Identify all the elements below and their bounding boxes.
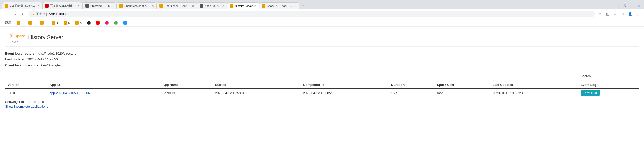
bookmark-4-label: 4: [56, 21, 58, 25]
th-event-log-label: Event Log: [581, 83, 596, 87]
bookmark-misc3[interactable]: [121, 20, 129, 25]
tab-hdfs[interactable]: Browsing HDFS ✕: [83, 2, 116, 9]
profile-btn[interactable]: 👤: [627, 11, 633, 17]
bookmark-apps[interactable]: 应用: [3, 20, 13, 26]
tab-spark-shell[interactable]: Spark shell - Spark ... ✕: [157, 2, 197, 9]
bookmark-misc3-icon: [123, 21, 127, 25]
tab-controls: ⌵ ⧉ ─ ✕: [614, 2, 644, 9]
tab-label-7: History Server: [235, 4, 253, 7]
tab-close-1[interactable]: ✕: [37, 4, 39, 7]
tab-label-4: Spark Master at spa...: [124, 4, 150, 7]
extensions-btn[interactable]: ⊞: [619, 11, 626, 17]
td-app-name: Spark Pi: [160, 88, 213, 97]
address-input[interactable]: [48, 12, 591, 16]
spark-version: 3.0.0: [12, 41, 18, 44]
bookmark-2[interactable]: 2: [26, 20, 37, 25]
th-started-label: Started: [215, 83, 226, 87]
bookmark-4[interactable]: 4: [50, 20, 60, 25]
tab-spark-master[interactable]: Spark Master at spa... ✕: [116, 2, 157, 9]
tab-close-2[interactable]: ✕: [77, 4, 80, 7]
th-completed[interactable]: Completed ▼: [301, 81, 389, 89]
tab-close-6[interactable]: ✕: [222, 4, 224, 8]
forward-button[interactable]: →: [12, 11, 18, 17]
tab-close-3[interactable]: ✕: [111, 4, 114, 8]
close-btn[interactable]: ✕: [636, 3, 642, 8]
row-last-updated: 2023-04-12 10:58:23: [493, 91, 523, 95]
bookmark-btn[interactable]: ☆: [612, 11, 618, 17]
table-header-row: Version App ID App Name Started Complete…: [5, 81, 639, 89]
translate-btn[interactable]: ⊕: [597, 11, 603, 17]
tab-label-6: node1:8020: [205, 4, 219, 7]
back-button[interactable]: ←: [3, 11, 10, 17]
th-version: Version: [5, 81, 47, 89]
bookmark-5-icon: [64, 21, 67, 25]
tab-close-5[interactable]: ✕: [192, 4, 194, 8]
tab-spark-pi[interactable]: Spark Pi - Spark Job... ✕: [259, 2, 299, 9]
new-tab-button[interactable]: +: [299, 2, 307, 9]
restore-btn[interactable]: ⧉: [623, 3, 628, 8]
tab-close-7[interactable]: ✕: [254, 4, 256, 8]
bookmark-3-label: 3: [45, 21, 46, 25]
tab-label-3: Browsing HDFS: [90, 4, 110, 7]
bookmark-steam-icon: [87, 21, 91, 25]
search-label: Search:: [580, 74, 592, 78]
bookmark-1-icon: [17, 21, 20, 25]
tab-close-8[interactable]: ✕: [294, 4, 297, 8]
bookmark-youtube-icon: [96, 21, 100, 25]
timezone-label: Client local time zone:: [5, 63, 39, 67]
td-last-updated: 2023-04-12 10:58:23: [490, 88, 578, 97]
td-app-id: app-20230412105809-0006: [47, 88, 160, 97]
tab-015[interactable]: 015.尚硅谷_Spark框... ✕: [2, 2, 42, 9]
th-app-name-label: App Name: [162, 83, 178, 87]
download-button[interactable]: Download: [581, 90, 600, 96]
timezone-info: Client local time zone: Asia/Shanghai: [5, 62, 639, 68]
th-last-updated-label: Last Updated: [493, 83, 513, 87]
tab-history-server[interactable]: History Server ✕: [227, 2, 259, 9]
th-app-name: App Name: [160, 81, 213, 89]
tab-label-5: Spark shell - Spark ...: [165, 4, 190, 7]
td-started: 2023-04-12 10:58:06: [213, 88, 301, 97]
bookmark-misc1[interactable]: [103, 20, 111, 25]
timezone-value: Asia/Shanghai: [40, 63, 61, 67]
event-log-value: hdfs://node1:8020/directory: [37, 52, 76, 55]
more-btn[interactable]: ⋮: [634, 11, 641, 17]
showing-text: Showing 1 to 1 of 1 entries: [5, 100, 44, 104]
th-version-label: Version: [8, 83, 19, 87]
tab-favicon-7: [230, 4, 233, 8]
tab-close-4[interactable]: ✕: [152, 4, 154, 8]
th-duration-label: Duration: [391, 83, 405, 87]
nav-actions: ⊕ ◫ ☆ ⊞ 👤 ⋮: [597, 11, 641, 17]
th-completed-label: Completed: [303, 83, 320, 87]
address-bar[interactable]: ▲ 不安全 |: [29, 11, 595, 17]
bookmark-misc2[interactable]: [112, 20, 120, 25]
bookmark-5[interactable]: 5: [62, 20, 72, 25]
bookmark-steam[interactable]: [85, 20, 93, 25]
reload-button[interactable]: ↻: [20, 11, 27, 17]
tab-favicon-3: [85, 4, 89, 8]
nav-bar: ← → ↻ ▲ 不安全 | ⊕ ◫ ☆ ⊞ 👤 ⋮: [0, 9, 644, 19]
app-id-link[interactable]: app-20230412105809-0006: [50, 91, 90, 95]
page-header: Spark 3.0.0 History Server: [5, 31, 639, 47]
page-content: Spark 3.0.0 History Server Event log dir…: [0, 27, 644, 112]
minimize-btn[interactable]: ─: [629, 3, 635, 8]
page-title: History Server: [28, 34, 63, 41]
bookmark-1[interactable]: 1: [15, 20, 25, 25]
th-app-id: App ID: [47, 81, 160, 89]
search-bar: Search:: [5, 73, 639, 79]
tab-csdn[interactable]: 写文章-CSDN创作中心 ✕: [42, 2, 83, 9]
search-input[interactable]: [594, 73, 639, 79]
tab-favicon-6: [200, 4, 203, 8]
row-duration: 16 s: [391, 91, 397, 95]
screenshot-btn[interactable]: ◫: [604, 11, 611, 17]
show-incomplete-link[interactable]: Show incomplete applications: [5, 105, 639, 108]
tab-node1-8020[interactable]: node1:8020 ✕: [197, 2, 227, 9]
bookmark-1-label: 1: [21, 21, 23, 25]
bookmark-2-icon: [28, 21, 32, 25]
event-log-label: Event log directory:: [5, 52, 36, 55]
tab-search-btn[interactable]: ⌵: [616, 3, 621, 8]
bookmark-6[interactable]: 6: [73, 20, 84, 25]
bookmark-3[interactable]: 3: [38, 20, 48, 25]
info-section: Event log directory: hdfs://node1:8020/d…: [5, 51, 639, 68]
tab-favicon-5: [159, 4, 163, 8]
bookmark-youtube[interactable]: [94, 20, 102, 25]
